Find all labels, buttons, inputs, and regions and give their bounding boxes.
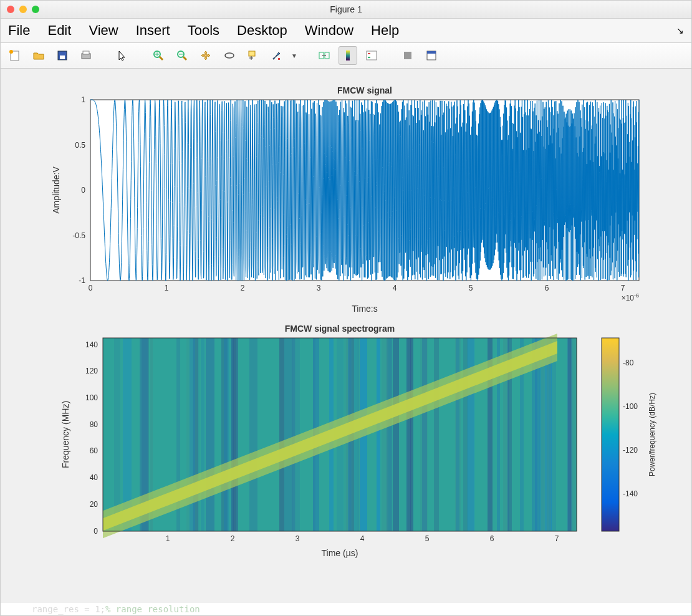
chart2-ylabel: Frequency (MHz): [60, 401, 70, 468]
svg-rect-107: [388, 338, 392, 531]
menu-help[interactable]: Help: [371, 22, 399, 39]
hide-tools-button[interactable]: [398, 46, 417, 65]
svg-text:5: 5: [425, 534, 430, 543]
svg-text:40: 40: [90, 473, 99, 482]
svg-text:5: 5: [469, 284, 473, 292]
svg-rect-52: [114, 338, 120, 531]
brush-button[interactable]: [267, 46, 286, 65]
svg-point-1: [9, 50, 13, 54]
pointer-button[interactable]: [113, 46, 132, 65]
plot-area: FMCW signal -1 -0.5 0 0.5 1 0 1: [1, 69, 691, 603]
svg-rect-84: [406, 338, 411, 531]
menu-insert[interactable]: Insert: [136, 22, 170, 39]
svg-rect-93: [434, 338, 439, 531]
colorbar-label: Power/frequency (dB/Hz): [648, 393, 656, 476]
svg-text:120: 120: [85, 367, 98, 375]
datacursor-button[interactable]: [244, 46, 262, 65]
svg-line-11: [183, 57, 186, 60]
new-figure-button[interactable]: [6, 46, 24, 65]
titlebar: Figure 1: [1, 1, 691, 19]
svg-text:100: 100: [85, 393, 98, 402]
chart2-yticks: 0 20 40 60 80 100 120 140: [85, 340, 98, 536]
svg-text:1: 1: [166, 534, 170, 543]
svg-rect-23: [368, 57, 370, 58]
print-button[interactable]: [77, 46, 95, 65]
svg-rect-100: [284, 338, 292, 531]
svg-rect-85: [422, 338, 427, 531]
window-title: Figure 1: [1, 4, 691, 14]
svg-text:-80: -80: [623, 359, 634, 367]
svg-rect-17: [278, 58, 280, 60]
svg-text:0: 0: [81, 186, 85, 195]
svg-text:6: 6: [490, 534, 494, 543]
svg-text:0: 0: [89, 284, 93, 292]
brush-dropdown-icon[interactable]: ▼: [291, 52, 297, 59]
chart-fmcw-signal: FMCW signal -1 -0.5 0 0.5 1 0 1: [16, 81, 676, 318]
svg-rect-20: [346, 51, 350, 60]
svg-text:-0.5: -0.5: [72, 231, 85, 240]
svg-rect-5: [83, 51, 89, 54]
menu-window[interactable]: Window: [305, 22, 353, 39]
menu-file[interactable]: File: [8, 22, 30, 39]
linkaxes-button[interactable]: [315, 46, 334, 65]
svg-text:7: 7: [621, 284, 625, 292]
menubar: File Edit View Insert Tools Desktop Wind…: [1, 19, 691, 43]
open-button[interactable]: [29, 46, 48, 65]
svg-text:1: 1: [165, 284, 169, 292]
svg-rect-87: [568, 338, 571, 531]
pan-button[interactable]: [196, 46, 215, 65]
svg-text:140: 140: [85, 340, 98, 349]
chart1-xlabel: Time:s: [352, 304, 377, 314]
menu-view[interactable]: View: [89, 22, 118, 39]
svg-line-7: [160, 57, 163, 60]
dock-button[interactable]: [422, 46, 441, 65]
toolbar: ▼: [1, 43, 691, 69]
svg-text:1: 1: [81, 95, 85, 104]
svg-rect-24: [404, 52, 411, 59]
svg-rect-103: [541, 338, 549, 531]
svg-text:3: 3: [317, 284, 321, 292]
zoom-in-button[interactable]: [149, 46, 168, 65]
svg-text:-140: -140: [623, 489, 638, 498]
svg-rect-22: [368, 53, 370, 54]
svg-rect-21: [367, 51, 377, 60]
svg-rect-59: [249, 338, 257, 531]
svg-rect-66: [224, 338, 229, 531]
svg-rect-26: [427, 51, 436, 54]
svg-text:80: 80: [90, 420, 99, 429]
svg-text:-120: -120: [623, 446, 638, 455]
zoom-out-button[interactable]: [173, 46, 191, 65]
menu-tools[interactable]: Tools: [188, 22, 219, 39]
chart2-xlabel: Time (µs): [322, 548, 358, 558]
svg-rect-14: [249, 51, 255, 56]
svg-rect-99: [377, 338, 380, 531]
svg-text:20: 20: [90, 500, 99, 509]
svg-text:-100: -100: [623, 402, 638, 411]
svg-point-13: [225, 53, 234, 58]
svg-rect-57: [393, 338, 399, 531]
svg-text:-1: -1: [79, 276, 85, 285]
chart1-xscale: ×10-6: [622, 292, 639, 302]
legend-button[interactable]: [362, 46, 381, 65]
menu-overflow-icon[interactable]: ↘: [676, 26, 684, 36]
chart1-yticks: -1 -0.5 0 0.5 1: [72, 95, 85, 285]
save-button[interactable]: [53, 46, 72, 65]
menu-edit[interactable]: Edit: [47, 22, 71, 39]
svg-rect-3: [60, 55, 65, 59]
svg-text:4: 4: [360, 534, 365, 543]
svg-text:0: 0: [94, 527, 98, 536]
svg-rect-80: [455, 338, 461, 531]
svg-text:4: 4: [393, 284, 397, 292]
colorbar: -80 -100 -120 -140 Power/frequency (dB/H…: [602, 338, 656, 531]
figure-window: Figure 1 File Edit View Insert Tools Des…: [0, 0, 692, 616]
svg-rect-92: [201, 338, 204, 531]
chart-spectrogram: FMCW signal spectrogram: [16, 320, 676, 582]
svg-text:6: 6: [545, 284, 549, 292]
rotate3d-button[interactable]: [220, 46, 239, 65]
menu-desktop[interactable]: Desktop: [237, 22, 287, 39]
svg-text:7: 7: [555, 534, 559, 543]
svg-rect-90: [206, 338, 214, 531]
colorbar-button[interactable]: [339, 46, 357, 65]
svg-rect-125: [602, 338, 619, 531]
svg-text:2: 2: [241, 284, 245, 292]
